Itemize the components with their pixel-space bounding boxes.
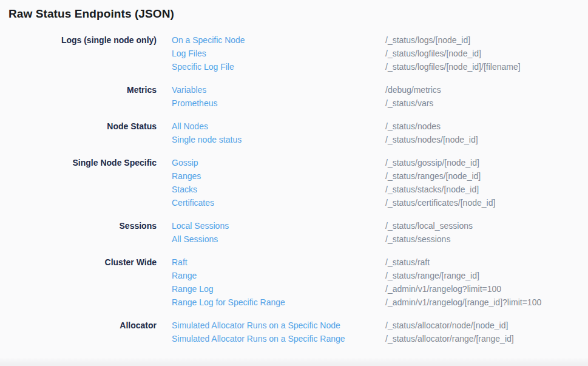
endpoint-rows: Variables/debug/metricsPrometheus/_statu… [172, 83, 441, 110]
endpoint-group: Single Node SpecificGossip/_status/gossi… [0, 156, 588, 209]
endpoint-row: Specific Log File/_status/logfiles/[node… [172, 60, 521, 73]
category-label: Allocator [0, 319, 157, 332]
endpoint-row: Stacks/_status/stacks/[node_id] [172, 183, 495, 196]
endpoint-group: SessionsLocal Sessions/_status/local_ses… [0, 219, 588, 246]
endpoint-link[interactable]: Certificates [172, 196, 385, 209]
endpoint-row: Prometheus/_status/vars [172, 97, 441, 110]
endpoint-link[interactable]: Simulated Allocator Runs on a Specific R… [172, 332, 385, 345]
endpoint-path: /_status/logfiles/[node_id]/[filename] [385, 60, 521, 73]
endpoint-row: On a Specific Node/_status/logs/[node_id… [172, 33, 521, 47]
endpoint-link[interactable]: Gossip [172, 156, 385, 169]
endpoint-group: Node StatusAll Nodes/_status/nodesSingle… [0, 120, 588, 146]
endpoint-rows: On a Specific Node/_status/logs/[node_id… [172, 33, 521, 73]
endpoint-link[interactable]: Specific Log File [172, 60, 385, 73]
endpoint-group: Logs (single node only)On a Specific Nod… [0, 33, 588, 73]
endpoint-link[interactable]: Prometheus [172, 97, 385, 110]
endpoint-path: /debug/metrics [385, 83, 441, 97]
endpoint-row: Variables/debug/metrics [172, 83, 441, 97]
endpoint-link[interactable]: On a Specific Node [172, 33, 385, 47]
category-label: Logs (single node only) [0, 33, 157, 47]
endpoint-row: Log Files/_status/logfiles/[node_id] [172, 47, 521, 60]
endpoint-path: /_status/sessions [385, 232, 450, 246]
endpoint-link[interactable]: Stacks [172, 183, 385, 196]
endpoint-link[interactable]: All Sessions [172, 232, 385, 246]
endpoint-path: /_status/logs/[node_id] [385, 33, 470, 47]
endpoint-link[interactable]: Variables [172, 83, 385, 97]
endpoint-link[interactable]: Range [172, 269, 385, 282]
endpoint-link[interactable]: Range Log for Specific Range [172, 296, 385, 309]
endpoint-row: Simulated Allocator Runs on a Specific R… [172, 332, 514, 345]
endpoint-row: Range Log/_admin/v1/rangelog?limit=100 [172, 282, 541, 296]
endpoint-path: /_status/range/[range_id] [385, 269, 479, 282]
category-label: Single Node Specific [0, 156, 157, 169]
endpoint-rows: Gossip/_status/gossip/[node_id]Ranges/_s… [172, 156, 495, 209]
endpoint-row: Raft/_status/raft [172, 256, 541, 269]
category-label: Metrics [0, 83, 157, 97]
endpoint-link[interactable]: Single node status [172, 133, 385, 146]
endpoint-link[interactable]: Raft [172, 256, 385, 269]
endpoint-link[interactable]: Log Files [172, 47, 385, 60]
endpoint-row: All Sessions/_status/sessions [172, 232, 473, 246]
endpoint-link[interactable]: Ranges [172, 169, 385, 183]
endpoint-path: /_admin/v1/rangelog?limit=100 [385, 282, 501, 296]
page-title: Raw Status Endpoints (JSON) [8, 7, 174, 21]
category-label: Node Status [0, 120, 157, 133]
endpoint-link[interactable]: Range Log [172, 282, 385, 296]
endpoint-table: Logs (single node only)On a Specific Nod… [0, 33, 588, 355]
category-label: Cluster Wide [0, 256, 157, 269]
endpoint-group: MetricsVariables/debug/metricsPrometheus… [0, 83, 588, 110]
endpoint-path: /_status/allocator/node/[node_id] [385, 319, 508, 332]
endpoint-row: Ranges/_status/ranges/[node_id] [172, 169, 495, 183]
endpoint-row: All Nodes/_status/nodes [172, 120, 478, 133]
category-label: Sessions [0, 219, 157, 232]
endpoint-path: /_status/logfiles/[node_id] [385, 47, 481, 60]
endpoint-link[interactable]: Simulated Allocator Runs on a Specific N… [172, 319, 385, 332]
endpoint-path: /_status/certificates/[node_id] [385, 196, 495, 209]
endpoint-row: Simulated Allocator Runs on a Specific N… [172, 319, 514, 332]
endpoint-link[interactable]: Local Sessions [172, 219, 385, 232]
endpoint-path: /_status/nodes [385, 120, 441, 133]
endpoint-rows: All Nodes/_status/nodesSingle node statu… [172, 120, 478, 146]
endpoint-group: AllocatorSimulated Allocator Runs on a S… [0, 319, 588, 345]
endpoint-link[interactable]: All Nodes [172, 120, 385, 133]
endpoint-path: /_status/stacks/[node_id] [385, 183, 479, 196]
endpoint-group: Cluster WideRaft/_status/raftRange/_stat… [0, 256, 588, 309]
bottom-edge-shade [0, 358, 588, 366]
endpoint-row: Certificates/_status/certificates/[node_… [172, 196, 495, 209]
endpoint-row: Local Sessions/_status/local_sessions [172, 219, 473, 232]
endpoint-row: Range Log for Specific Range/_admin/v1/r… [172, 296, 541, 309]
endpoint-path: /_status/ranges/[node_id] [385, 169, 481, 183]
endpoint-row: Gossip/_status/gossip/[node_id] [172, 156, 495, 169]
endpoint-rows: Local Sessions/_status/local_sessionsAll… [172, 219, 473, 246]
endpoint-path: /_status/local_sessions [385, 219, 473, 232]
endpoint-row: Range/_status/range/[range_id] [172, 269, 541, 282]
endpoint-path: /_status/allocator/range/[range_id] [385, 332, 514, 345]
endpoint-path: /_admin/v1/rangelog/[range_id]?limit=100 [385, 296, 541, 309]
endpoint-row: Single node status/_status/nodes/[node_i… [172, 133, 478, 146]
endpoint-path: /_status/nodes/[node_id] [385, 133, 478, 146]
endpoint-path: /_status/gossip/[node_id] [385, 156, 479, 169]
endpoint-path: /_status/raft [385, 256, 430, 269]
endpoint-rows: Simulated Allocator Runs on a Specific N… [172, 319, 514, 345]
endpoint-rows: Raft/_status/raftRange/_status/range/[ra… [172, 256, 541, 309]
endpoint-path: /_status/vars [385, 97, 433, 110]
